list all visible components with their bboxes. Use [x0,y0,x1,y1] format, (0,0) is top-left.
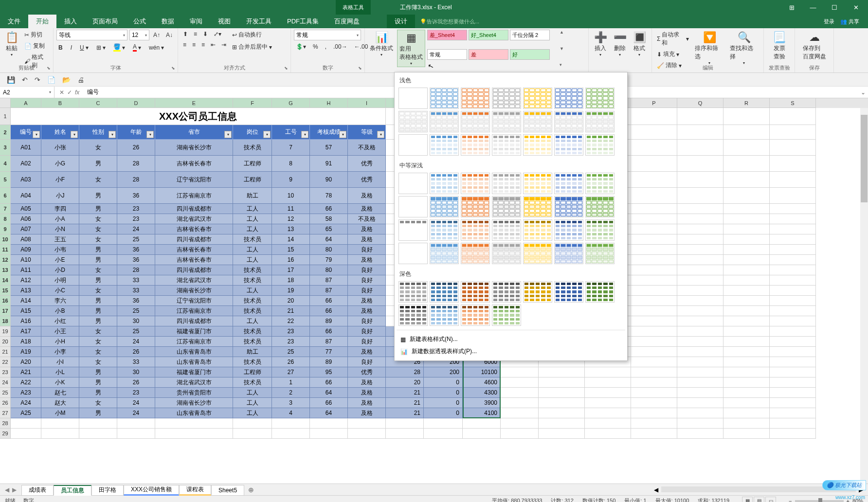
filter-icon[interactable]: ▾ [263,131,271,138]
data-cell[interactable]: 良好 [348,357,386,367]
data-cell[interactable]: A22 [11,377,41,388]
data-cell[interactable]: A15 [11,306,41,316]
increase-decimal-icon[interactable]: .00→ [331,42,349,51]
title-cell[interactable]: XXX公司员工信息 [11,108,386,125]
data-cell[interactable] [631,296,677,306]
data-cell[interactable]: 30 [117,367,155,377]
data-cell[interactable]: 95 [310,367,348,377]
data-cell[interactable]: 女 [79,347,117,357]
data-cell[interactable]: 吉林省长春市 [155,255,233,265]
data-cell[interactable]: 赵大 [41,398,79,408]
data-cell[interactable]: 及格 [348,388,386,398]
column-header[interactable]: C [79,98,117,108]
data-cell[interactable]: 24 [117,224,155,234]
data-cell[interactable]: 工人 [233,214,272,224]
table-header-cell[interactable]: 工号▾ [272,125,310,140]
data-cell[interactable]: 吉林省长春市 [155,245,233,255]
row-header[interactable]: 10 [0,234,11,245]
data-cell[interactable] [677,245,723,255]
data-cell[interactable]: A24 [11,398,41,408]
data-cell[interactable] [723,306,770,316]
table-style-swatch[interactable] [430,243,459,264]
data-cell[interactable]: 小I [41,357,79,367]
data-cell[interactable]: A25 [11,408,41,418]
data-cell[interactable] [677,316,723,326]
data-cell[interactable]: 不及格 [348,214,386,224]
data-cell[interactable]: 90 [310,172,348,188]
data-cell[interactable] [631,326,677,337]
data-cell[interactable]: 66 [310,204,348,214]
tab-home[interactable]: 开始 [28,15,56,28]
data-cell[interactable]: 0 [424,398,463,408]
data-cell[interactable] [770,326,816,337]
table-style-swatch[interactable] [461,305,490,326]
data-cell[interactable]: 工人 [233,245,272,255]
sheet-tab[interactable]: 员工信息 [54,485,91,496]
data-cell[interactable] [723,296,770,306]
data-cell[interactable]: 女 [79,398,117,408]
data-cell[interactable]: 工程师 [233,156,272,172]
data-cell[interactable]: 男 [79,306,117,316]
filter-icon[interactable]: ▾ [301,131,308,138]
page-break-view-icon[interactable]: ▭ [765,497,776,502]
data-cell[interactable] [723,357,770,367]
table-style-swatch[interactable] [398,111,428,132]
data-cell[interactable] [770,377,816,388]
tab-nav-next-icon[interactable]: ▶ [12,486,17,493]
data-cell[interactable]: 20 [386,377,424,388]
tab-view[interactable]: 视图 [210,15,238,28]
data-cell[interactable]: 优秀 [348,156,386,172]
table-style-swatch[interactable] [523,111,552,132]
data-cell[interactable]: 山东省青岛市 [155,357,233,367]
cell-style-item[interactable]: 差 [469,49,508,60]
data-cell[interactable]: 36 [117,255,155,265]
gallery-up-icon[interactable]: ▲ [560,30,567,35]
gallery-down-icon[interactable]: ▼ [560,46,567,51]
increase-indent-icon[interactable]: ⇥ [219,40,228,49]
data-cell[interactable]: 小王 [41,326,79,337]
data-cell[interactable] [770,347,816,357]
table-style-swatch[interactable] [554,134,583,156]
filter-icon[interactable]: ▾ [377,131,384,138]
data-cell[interactable]: 小J [41,188,79,204]
align-left-icon[interactable]: ≡ [181,40,188,49]
zoom-slider[interactable] [795,500,844,502]
data-cell[interactable] [723,388,770,398]
data-cell[interactable]: 4600 [463,377,501,388]
bold-button[interactable]: B [56,42,65,53]
data-cell[interactable] [501,367,539,377]
data-cell[interactable] [631,245,677,255]
row-header[interactable]: 4 [0,156,11,172]
data-cell[interactable] [631,172,677,188]
data-cell[interactable]: 25 [117,326,155,337]
data-cell[interactable] [770,398,816,408]
orientation-icon[interactable]: ⤢▾ [212,30,223,38]
data-cell[interactable] [539,408,585,418]
zoom-out-icon[interactable]: − [789,498,792,502]
minimize-icon[interactable]: — [803,1,823,14]
row-header[interactable]: 22 [0,357,11,367]
data-cell[interactable]: 良好 [348,337,386,347]
sheet-tab[interactable]: Sheet5 [211,485,244,496]
format-as-table-button[interactable]: ▦套用 表格格式▾ [397,30,425,67]
data-cell[interactable] [501,398,539,408]
data-cell[interactable]: 小A [41,214,79,224]
data-cell[interactable] [770,188,816,204]
data-cell[interactable] [677,347,723,357]
data-cell[interactable]: 87 [310,337,348,347]
gallery-more-icon[interactable]: ▾ [560,62,567,67]
table-header-cell[interactable]: 年龄▾ [117,125,155,140]
data-cell[interactable] [770,172,816,188]
data-cell[interactable]: 26 [117,347,155,357]
data-cell[interactable]: 小李 [41,347,79,357]
table-style-swatch[interactable] [461,88,490,109]
data-cell[interactable]: 66 [310,398,348,408]
table-style-swatch[interactable] [492,219,521,241]
table-style-swatch[interactable] [461,219,490,241]
data-cell[interactable]: A13 [11,286,41,296]
data-cell[interactable] [585,398,631,408]
data-cell[interactable]: 9 [272,172,310,188]
table-style-swatch[interactable] [492,243,521,264]
data-cell[interactable]: 28 [117,172,155,188]
data-cell[interactable]: 工人 [233,408,272,418]
